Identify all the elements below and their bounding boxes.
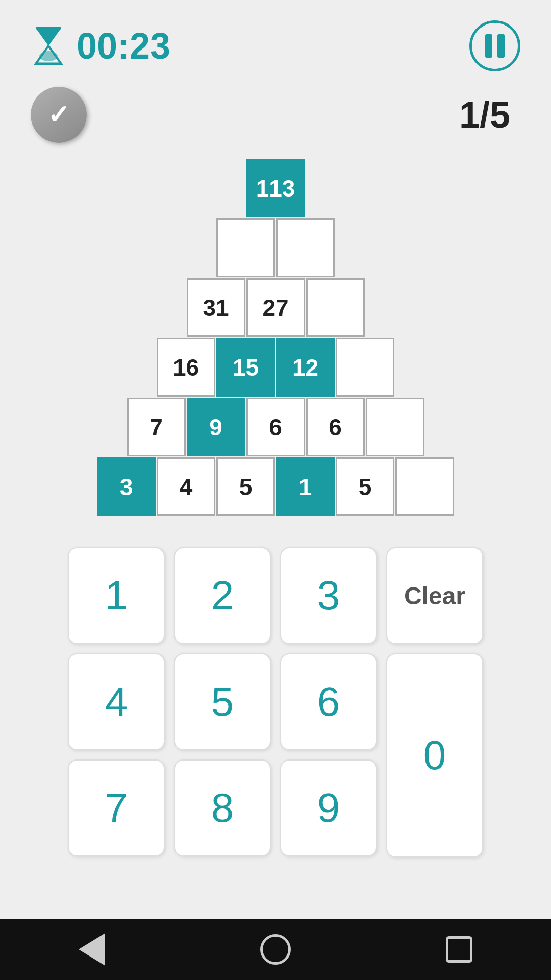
pyramid-cell-r5-c3[interactable]: 1 [276,457,335,516]
pyramid-cell-r4-c1[interactable]: 9 [187,398,245,456]
check-icon: ✓ [47,102,70,128]
pyramid-cell-r5-c4[interactable]: 5 [336,457,394,516]
recent-icon [446,936,472,963]
pause-bar-left [485,34,492,58]
sub-header: ✓ 1/5 [0,82,551,148]
numpad-btn-4[interactable]: 4 [68,653,165,750]
numpad-btn-5[interactable]: 5 [174,653,271,750]
pyramid-cell-r3-c0[interactable]: 16 [157,338,215,397]
pyramid-cell-r4-c0[interactable]: 7 [127,398,186,456]
nav-home-button[interactable] [255,929,296,970]
header: 00:23 [0,0,551,82]
pause-bar-right [497,34,505,58]
nav-back-button[interactable] [71,929,112,970]
numpad-btn-2[interactable]: 2 [174,547,271,644]
pyramid-cell-r5-c2[interactable]: 5 [216,457,275,516]
pyramid-cell-r0-c0[interactable]: 113 [246,159,305,217]
svg-point-4 [39,51,58,61]
pyramid-cell-r5-c0[interactable]: 3 [97,457,156,516]
numpad-btn-1[interactable]: 1 [68,547,165,644]
pyramid-cell-r3-c3[interactable] [336,338,394,397]
check-button[interactable]: ✓ [31,87,87,143]
numpad-btn-7[interactable]: 7 [68,760,165,856]
numpad-btn-8[interactable]: 8 [174,760,271,856]
bottom-nav [0,919,551,980]
home-icon [260,934,291,965]
pyramid-cell-r2-c2[interactable] [306,278,365,337]
pyramid-row-5: 34515 [96,457,455,517]
pyramid-row-2: 3127 [186,278,365,337]
pyramid-cell-r2-c0[interactable]: 31 [187,278,245,337]
numpad: 123Clear4560789 [68,547,483,856]
pause-button[interactable] [469,20,520,71]
pause-icon [485,34,505,58]
pyramid-cell-r5-c1[interactable]: 4 [157,457,215,516]
pyramid-cell-r2-c1[interactable]: 27 [246,278,305,337]
back-icon [79,933,105,966]
timer-display: 00:23 [77,25,170,67]
pyramid-cell-r3-c1[interactable]: 15 [216,338,275,397]
timer-area: 00:23 [31,25,170,67]
pyramid-cell-r4-c2[interactable]: 6 [246,398,305,456]
numpad-btn-6[interactable]: 6 [280,653,377,750]
numpad-btn-0[interactable]: 0 [386,653,483,857]
clear-button[interactable]: Clear [386,547,483,644]
nav-recent-button[interactable] [439,929,480,970]
pyramid-row-1 [216,218,335,278]
hourglass-icon [31,26,66,66]
svg-marker-0 [36,28,61,46]
pyramid-cell-r1-c1[interactable] [276,218,335,277]
numpad-btn-3[interactable]: 3 [280,547,377,644]
pyramid-row-4: 7966 [127,397,425,457]
pyramid-row-3: 161512 [156,337,395,397]
pyramid-cell-r5-c5[interactable] [395,457,454,516]
pyramid-container: 1133127161512796634515 [96,158,455,517]
level-display: 1/5 [459,94,510,136]
main-content: 00:23 ✓ 1/5 1133127161512796634515 123Cl… [0,0,551,919]
pyramid-cell-r3-c2[interactable]: 12 [276,338,335,397]
pyramid-cell-r1-c0[interactable] [216,218,275,277]
pyramid-row-0: 113 [246,158,306,218]
pyramid-cell-r4-c3[interactable]: 6 [306,398,365,456]
numpad-btn-9[interactable]: 9 [280,760,377,856]
pyramid-cell-r4-c4[interactable] [366,398,424,456]
